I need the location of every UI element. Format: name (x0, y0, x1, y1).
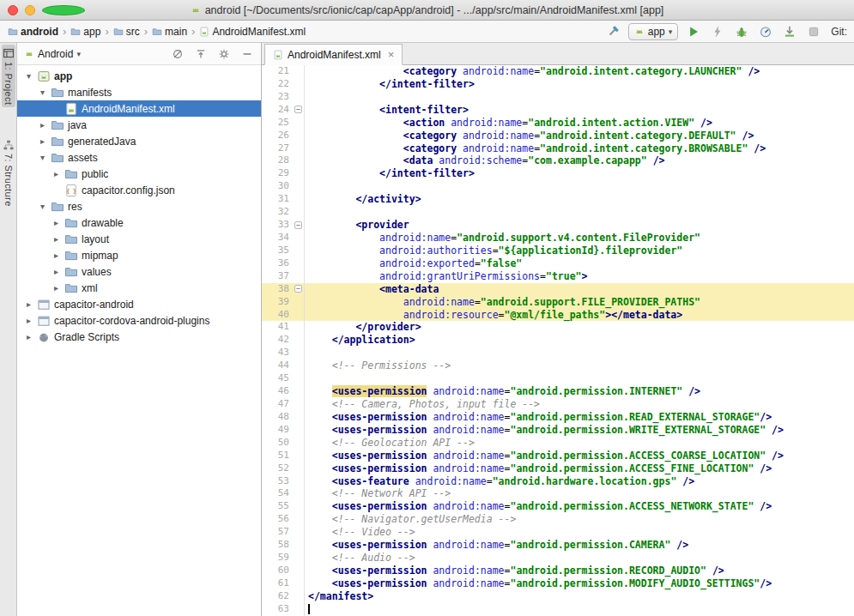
tree-item-app[interactable]: ▾app (17, 68, 261, 84)
tree-item-androidmanifest-xml[interactable]: AndroidManifest.xml (17, 100, 261, 117)
fold-marker-icon[interactable]: − (294, 285, 302, 293)
tree-item-capacitor-android[interactable]: ▸capacitor-android (17, 296, 261, 312)
code-line-34[interactable]: 34 android:name="android.support.v4.cont… (262, 232, 854, 245)
tree-item-manifests[interactable]: ▾manifests (17, 84, 261, 100)
fold-marker-icon[interactable]: − (294, 106, 302, 113)
code-line-63[interactable]: 63 (262, 603, 854, 616)
chevron-right-icon[interactable]: ▸ (38, 120, 47, 130)
code-line-39[interactable]: 39 android:name="android.support.FILE_PR… (262, 296, 854, 309)
chevron-right-icon[interactable]: ▸ (51, 283, 61, 293)
code-line-36[interactable]: 36 android:exported="false" (262, 257, 854, 270)
attach-debugger-button[interactable] (781, 23, 798, 40)
apply-changes-lightning-button[interactable] (709, 23, 726, 40)
chevron-right-icon[interactable]: ▸ (51, 234, 61, 244)
code-line-48[interactable]: 48 <uses-permission android:name="androi… (262, 411, 854, 424)
chevron-right-icon[interactable]: ▸ (51, 267, 61, 276)
code-line-56[interactable]: 56 <!-- Navigator.getUserMedia --> (262, 513, 854, 526)
chevron-down-icon[interactable]: ▾ (38, 88, 47, 97)
code-line-49[interactable]: 49 <uses-permission android:name="androi… (262, 424, 854, 437)
tree-item-assets[interactable]: ▾assets (17, 149, 261, 166)
code-line-28[interactable]: 28 <data android:scheme="com.example.cap… (262, 154, 854, 167)
fold-marker-icon[interactable]: − (294, 221, 302, 229)
code-line-25[interactable]: 25 <action android:name="android.intent.… (262, 117, 854, 130)
run-configuration-select[interactable]: app ▾ (628, 23, 679, 40)
tree-item-xml[interactable]: ▸xml (17, 280, 261, 296)
code-line-27[interactable]: 27 <category android:name="android.inten… (262, 142, 854, 155)
code-line-38[interactable]: 38− <meta-data (262, 283, 854, 296)
code-line-61[interactable]: 61 <uses-permission android:name="androi… (262, 577, 854, 590)
tree-item-gradle-scripts[interactable]: ▸Gradle Scripts (17, 329, 261, 345)
editor-tab-androidmanifest[interactable]: AndroidManifest.xml × (264, 44, 403, 65)
collapse-all-button[interactable] (194, 47, 208, 61)
git-widget-label[interactable]: Git: (831, 26, 847, 38)
run-play-button[interactable] (685, 23, 702, 40)
code-line-57[interactable]: 57 <!-- Video --> (262, 526, 854, 539)
close-window-button[interactable] (8, 5, 18, 15)
breadcrumb-item-main[interactable]: main (149, 25, 190, 39)
code-area[interactable]: 21 <category android:name="android.inten… (262, 65, 854, 616)
code-line-60[interactable]: 60 <uses-permission android:name="androi… (262, 565, 854, 577)
code-line-30[interactable]: 30 (262, 180, 854, 193)
code-line-35[interactable]: 35 android:authorities="${applicationId}… (262, 245, 854, 257)
code-line-53[interactable]: 53 <uses-feature android:name="android.h… (262, 475, 854, 488)
chevron-right-icon[interactable]: ▸ (38, 136, 47, 146)
tree-item-capacitor-cordova-android-plugins[interactable]: ▸capacitor-cordova-android-plugins (17, 312, 261, 329)
tree-item-generatedjava[interactable]: ▸generatedJava (17, 133, 261, 149)
minimize-window-button[interactable] (25, 5, 35, 15)
tree-item-layout[interactable]: ▸layout (17, 231, 261, 247)
code-line-37[interactable]: 37 android:grantUriPermissions="true"> (262, 270, 854, 283)
code-line-40[interactable]: 40 android:resource="@xml/file_paths"></… (262, 309, 854, 322)
structure-tool-window-button[interactable]: 7: Structure (2, 136, 15, 209)
locate-file-button[interactable] (171, 47, 185, 61)
project-tool-window-button[interactable]: 1: Project (2, 45, 15, 107)
build-project-button[interactable] (604, 23, 621, 40)
code-line-58[interactable]: 58 <uses-permission android:name="androi… (262, 539, 854, 552)
hide-panel-button[interactable] (240, 47, 254, 61)
close-tab-icon[interactable]: × (388, 49, 395, 60)
code-line-22[interactable]: 22 </intent-filter> (262, 78, 854, 91)
code-line-41[interactable]: 41 </provider> (262, 321, 854, 334)
tree-item-capacitor-config-json[interactable]: { }capacitor.config.json (17, 182, 261, 198)
code-line-42[interactable]: 42 </application> (262, 334, 854, 347)
tree-item-java[interactable]: ▸java (17, 117, 261, 133)
code-line-59[interactable]: 59 <!-- Audio --> (262, 552, 854, 565)
code-line-33[interactable]: 33− <provider (262, 219, 854, 232)
code-line-44[interactable]: 44 <!-- Permissions --> (262, 359, 854, 372)
code-line-43[interactable]: 43 (262, 347, 854, 359)
code-line-31[interactable]: 31 </activity> (262, 193, 854, 206)
tree-item-drawable[interactable]: ▸drawable (17, 214, 261, 231)
zoom-window-button[interactable] (42, 5, 85, 15)
breadcrumb-item-androidmanifest-xml[interactable]: AndroidManifest.xml (197, 25, 308, 39)
code-line-54[interactable]: 54 <!-- Network API --> (262, 487, 854, 500)
code-line-50[interactable]: 50 <!-- Geolocation API --> (262, 437, 854, 450)
code-line-47[interactable]: 47 <!-- Camera, Photos, input file --> (262, 398, 854, 411)
stop-button[interactable] (805, 23, 822, 40)
code-line-45[interactable]: 45 (262, 372, 854, 385)
settings-gear-button[interactable] (217, 47, 231, 61)
chevron-right-icon[interactable]: ▸ (24, 332, 33, 341)
project-view-selector[interactable]: Android ▾ (24, 48, 81, 60)
code-line-32[interactable]: 32 (262, 206, 854, 219)
code-line-51[interactable]: 51 <uses-permission android:name="androi… (262, 450, 854, 462)
chevron-down-icon[interactable]: ▾ (24, 71, 33, 81)
debug-bug-button[interactable] (733, 23, 750, 40)
code-line-23[interactable]: 23 (262, 91, 854, 104)
code-line-52[interactable]: 52 <uses-permission android:name="androi… (262, 462, 854, 475)
code-line-46[interactable]: 46 <uses-permission android:name="androi… (262, 385, 854, 398)
profiler-button[interactable] (757, 23, 774, 40)
chevron-right-icon[interactable]: ▸ (24, 316, 33, 325)
breadcrumb-item-android[interactable]: android (5, 25, 61, 39)
tree-item-values[interactable]: ▸values (17, 263, 261, 280)
code-line-62[interactable]: 62</manifest> (262, 590, 854, 603)
tree-item-public[interactable]: ▸public (17, 166, 261, 182)
code-line-55[interactable]: 55 <uses-permission android:name="androi… (262, 500, 854, 513)
code-line-26[interactable]: 26 <category android:name="android.inten… (262, 130, 854, 142)
code-line-29[interactable]: 29 </intent-filter> (262, 167, 854, 180)
chevron-down-icon[interactable]: ▾ (38, 153, 47, 162)
chevron-right-icon[interactable]: ▸ (51, 251, 61, 260)
breadcrumb-item-app[interactable]: app (68, 25, 103, 39)
code-line-24[interactable]: 24− <intent-filter> (262, 104, 854, 117)
chevron-down-icon[interactable]: ▾ (38, 202, 47, 211)
tree-item-mipmap[interactable]: ▸mipmap (17, 247, 261, 263)
breadcrumb-item-src[interactable]: src (111, 25, 142, 39)
